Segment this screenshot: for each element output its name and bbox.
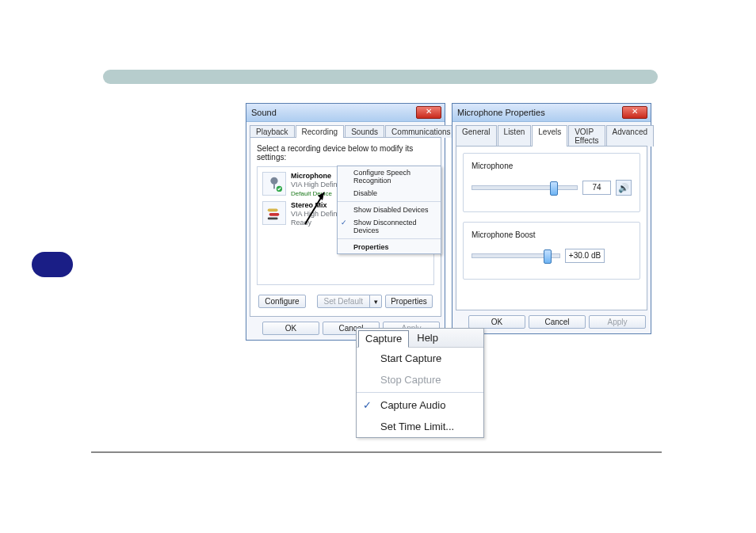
svg-point-0 [270, 177, 277, 185]
menu-help[interactable]: Help [409, 329, 446, 347]
speaker-icon[interactable]: 🔊 [616, 180, 632, 196]
ctx-separator-1 [338, 201, 441, 202]
mic-boost-label: Microphone Boost [472, 229, 632, 247]
microphone-icon [262, 172, 286, 196]
close-icon[interactable]: ✕ [622, 106, 647, 119]
svg-rect-1 [273, 185, 275, 189]
configure-button[interactable]: Configure [258, 295, 306, 308]
set-default-button[interactable]: Set Default [318, 295, 369, 307]
mic-boost-group: Microphone Boost +30.0 dB [463, 222, 640, 280]
menu-capture-audio-label: Capture Audio [380, 399, 445, 411]
stereomix-icon [262, 201, 286, 225]
svg-rect-5 [268, 218, 278, 220]
menu-stop-capture[interactable]: Stop Capture [357, 369, 483, 390]
mic-tabpanel: Microphone 74 🔊 Microphone Boost +30.0 d… [456, 146, 647, 310]
sound-tabs: Playback Recording Sounds Communications [250, 125, 441, 138]
menu-set-time-limit[interactable]: Set Time Limit... [357, 416, 483, 437]
tab-levels[interactable]: Levels [532, 125, 567, 147]
decorative-pill [103, 70, 658, 84]
ctx-show-disabled[interactable]: Show Disabled Devices [338, 204, 441, 216]
ctx-show-disconnected-label: Show Disconnected Devices [353, 219, 417, 234]
device-context-menu: Configure Speech Recognition Disable Sho… [337, 166, 441, 254]
ok-button[interactable]: OK [468, 315, 525, 329]
properties-button[interactable]: Properties [385, 295, 433, 308]
ctx-properties[interactable]: Properties [338, 241, 441, 253]
mic-tabs: General Listen Levels VOIP Effects Advan… [456, 125, 647, 147]
check-icon: ✓ [363, 399, 372, 411]
annotation-arrow-icon [300, 188, 332, 227]
mic-titlebar: Microphone Properties ✕ [452, 104, 651, 122]
cancel-button[interactable]: Cancel [529, 315, 586, 329]
mic-body: General Listen Levels VOIP Effects Advan… [452, 122, 651, 333]
recording-instruction: Select a recording device below to modif… [257, 144, 434, 162]
ctx-configure-speech[interactable]: Configure Speech Recognition [338, 166, 441, 187]
slider-thumb[interactable] [550, 181, 558, 196]
sound-tabpanel: Select a recording device below to modif… [250, 137, 441, 317]
tab-general[interactable]: General [456, 125, 497, 147]
mic-dialog-buttons: OK Cancel Apply [456, 310, 647, 330]
capture-menu-sep [357, 392, 483, 393]
capture-menu-header: Capture Help [357, 329, 483, 348]
mic-title: Microphone Properties [457, 108, 622, 117]
mic-boost-slider[interactable] [472, 253, 560, 258]
tab-voip-effects[interactable]: VOIP Effects [568, 125, 605, 147]
mic-level-slider[interactable] [472, 185, 578, 190]
mic-boost-slider-row: +30.0 dB [472, 249, 632, 263]
capture-menu: Capture Help Start Capture Stop Capture … [356, 328, 484, 438]
set-default-dropdown[interactable]: ▾ [369, 295, 381, 307]
ok-button[interactable]: OK [262, 322, 319, 335]
device-list: Microphone VIA High Definition Audio Def… [257, 166, 434, 285]
apply-button[interactable]: Apply [589, 315, 646, 329]
sound-title: Sound [251, 108, 416, 117]
sound-titlebar: Sound ✕ [246, 104, 445, 122]
set-default-split-button: Set Default ▾ [317, 295, 382, 308]
ctx-show-disconnected[interactable]: ✓ Show Disconnected Devices [338, 216, 441, 237]
sound-body: Playback Recording Sounds Communications… [246, 122, 445, 340]
check-icon: ✓ [341, 219, 347, 227]
close-icon[interactable]: ✕ [416, 106, 441, 119]
horizontal-rule [91, 451, 662, 453]
ctx-disable[interactable]: Disable [338, 187, 441, 200]
svg-rect-4 [269, 213, 280, 216]
tab-listen[interactable]: Listen [498, 125, 532, 147]
ctx-separator-2 [338, 238, 441, 239]
tab-advanced[interactable]: Advanced [606, 125, 654, 147]
tab-communications[interactable]: Communications [385, 125, 456, 138]
slider-thumb[interactable] [544, 249, 552, 264]
mic-level-slider-row: 74 🔊 [472, 180, 632, 196]
mic-level-label: Microphone [472, 160, 632, 178]
svg-rect-3 [268, 209, 278, 212]
mic-boost-value[interactable]: +30.0 dB [565, 249, 605, 263]
sound-dialog: Sound ✕ Playback Recording Sounds Commun… [246, 103, 445, 341]
tab-playback[interactable]: Playback [250, 125, 295, 138]
tab-sounds[interactable]: Sounds [345, 125, 384, 138]
mic-properties-dialog: Microphone Properties ✕ General Listen L… [452, 103, 651, 334]
tab-recording[interactable]: Recording [296, 125, 345, 138]
menu-capture-audio[interactable]: ✓ Capture Audio [357, 394, 483, 416]
mic-level-group: Microphone 74 🔊 [463, 153, 640, 212]
menu-capture[interactable]: Capture [358, 330, 409, 348]
decorative-badge [32, 252, 73, 277]
menu-start-capture[interactable]: Start Capture [357, 348, 483, 369]
mic-level-value[interactable]: 74 [582, 181, 611, 195]
device-action-row: Configure Set Default ▾ Properties [257, 290, 434, 310]
